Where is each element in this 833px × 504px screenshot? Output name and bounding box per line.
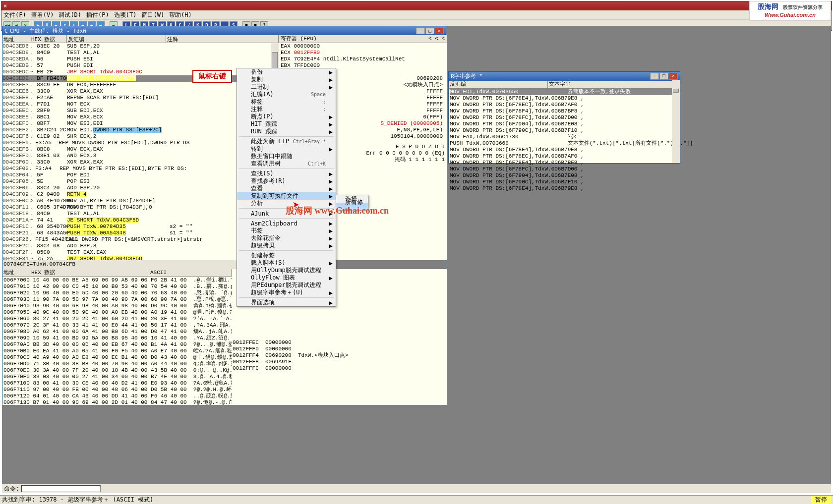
menu-item[interactable]: 标签: [237, 98, 336, 106]
hex-row[interactable]: 006F70B0 E0 EA 41 00 A0 05 41 00 F0 F5 4… [3, 348, 231, 354]
menu-item[interactable]: 超级字串参考＋(U)▶ [237, 289, 336, 296]
maximize-button[interactable]: □ [659, 73, 668, 80]
ref-row[interactable]: MOV DWORD PTR DS:[6F78E4],TdxW.006B79E8 … [450, 147, 679, 153]
menu-item[interactable]: 复制到可执行文件▶ [237, 192, 336, 200]
hex-row[interactable]: 006F7050 40 9C 40 00 50 9C 40 00 A0 EB 4… [3, 309, 231, 316]
menu-item[interactable]: 转到▶ [237, 145, 336, 153]
ref-row[interactable]: MOV DWORD PTR DS:[6F7904],TdxW.006B7E08 … [450, 121, 679, 127]
menu-item[interactable]: Asm2Clipboard▶ [237, 220, 336, 227]
ref-row[interactable]: MOV DWORD PTR DS:[6F78FC],TdxW.006B7D00 … [450, 166, 679, 172]
menu-item[interactable]: RUN 跟踪▶ [237, 128, 336, 135]
context-menu: 备份▶复制▶二进制▶汇编(A)Space标签:注释;断点(P)▶HIT 跟踪▶R… [237, 68, 336, 307]
register-row[interactable]: EAX 00000000 [281, 43, 445, 50]
minimize-button[interactable]: − [650, 73, 659, 80]
hex-row[interactable]: 006F7120 04 01 40 00 CA 46 40 00 DD 41 4… [3, 393, 231, 399]
menu-item[interactable]: 帮助(H) [169, 11, 192, 19]
menu-item[interactable]: HIT 跟踪▶ [237, 120, 336, 128]
status-text: 共找到字串: 13978 - 超级字串参考＋ (ASCII 模式) [2, 496, 153, 504]
menu-item[interactable]: OllyFlow 图表▶ [237, 274, 336, 281]
cpu-window-title[interactable]: CCPU - 主线程, 模块 - TdxW − □ × [2, 26, 446, 35]
menu-item[interactable]: 书签▶ [237, 227, 336, 234]
menu-item[interactable]: 文件(F) [3, 11, 26, 19]
menu-item[interactable]: 调试(D) [59, 11, 81, 19]
hex-row[interactable]: 006F7010 10 42 00 00 C0 46 10 00 B0 53 4… [3, 283, 231, 290]
hex-dump-pane[interactable]: 地址 HEX 数据 ASCII 006F7000 10 40 00 00 BE … [2, 269, 232, 405]
close-button[interactable]: × [669, 73, 678, 80]
status-bar: 共找到字串: 13978 - 超级字串参考＋ (ASCII 模式) 暂停 [0, 495, 833, 504]
ref-row[interactable]: MOV DWORD PTR DS:[6F78FC],TdxW.006B7D00 … [450, 114, 679, 121]
hex-row[interactable]: 006F7100 83 00 41 00 30 CE 40 00 40 D2 4… [3, 380, 231, 387]
menu-bar: 文件(F)查看(V)调试(D)插件(P)选项(T)窗口(W)帮助(H) [1, 10, 832, 19]
menu-item[interactable]: 汇编(A)Space [237, 91, 336, 98]
hex-row[interactable]: 006F70C0 40 A9 40 00 A0 E8 40 00 EC B1 4… [3, 354, 231, 361]
registers-header: 寄存器 (FPU) < < < [279, 35, 447, 43]
hex-row[interactable]: 006F7000 10 40 00 00 BE A5 69 00 99 AB 6… [3, 277, 231, 283]
menu-item[interactable]: 复制▶ [237, 76, 336, 83]
hex-row[interactable]: 006F7070 2C 3F 41 00 33 41 41 00 E0 44 4… [3, 322, 231, 329]
menu-item[interactable]: 此处为新 EIPCtrl+Gray * [237, 138, 336, 145]
disasm-row[interactable]: 004C3EDA. 56PUSH ESI [2, 56, 279, 62]
menu-item[interactable]: 去除花指令▶ [237, 234, 336, 242]
register-row[interactable]: ECX 0012FFB0 [281, 50, 445, 56]
stack-row[interactable]: 0012FFEC 00000000 [233, 339, 446, 346]
menu-item[interactable]: 选项(T) [114, 11, 137, 19]
hex-row[interactable]: 006F70E0 30 3A 40 00 7F 20 40 00 18 4B 4… [3, 367, 231, 374]
hex-row[interactable]: 006F7090 10 59 41 00 B9 99 5A 00 B8 95 4… [3, 335, 231, 341]
ref-row[interactable]: MOV EAX,TdxW.006C1730 骂k [450, 134, 679, 140]
register-row[interactable]: EDX 7C92E4F4 ntdll.KiFastSystemCallRet [281, 56, 445, 62]
ref-row[interactable]: MOV DWORD PTR DS:[6F78F4],TdxW.006B7BF8 … [450, 108, 679, 114]
hex-row[interactable]: 006F7080 A0 62 41 00 00 6A 41 00 B0 6D 4… [3, 329, 231, 335]
ref-row[interactable]: MOV DWORD PTR DS:[6F78EC],TdxW.006B7AF0 … [450, 102, 679, 108]
ref-row[interactable]: MOV DWORD PTR DS:[6F78E4],TdxW.006B79E8 … [450, 95, 679, 102]
ref-row[interactable]: MOV DWORD PTR DS:[6F78F4],TdxW.006B7BF8 … [450, 160, 679, 166]
menu-item[interactable]: 断点(P)▶ [237, 113, 336, 120]
hex-row[interactable]: 006F7060 80 27 41 00 20 2D 41 00 60 2D 4… [3, 316, 231, 322]
hex-row[interactable]: 006F7130 B7 01 40 00 90 69 40 00 2D 01 4… [3, 399, 231, 405]
stack-row[interactable]: 0012FFF4 00690208 TdxW.<模块入口点> [233, 352, 446, 359]
menu-item[interactable]: 载入脚本(S)▶ [237, 259, 336, 267]
menu-item[interactable]: 界面选项▶ [237, 299, 336, 306]
ref-row[interactable]: PUSH TdxW.00703668 文本文件(*.txt)|*.txt|所有文… [450, 140, 679, 147]
hex-row[interactable]: 006F7110 97 00 40 00 FB 00 40 00 48 06 4… [3, 387, 231, 393]
menu-item[interactable]: 查找参考(R)▶ [237, 177, 336, 185]
menu-item[interactable]: 查找(S)▶ [237, 170, 336, 177]
menu-item[interactable]: 插件(P) [86, 11, 109, 19]
menu-item[interactable]: 查看▶ [237, 185, 336, 192]
cmd-input[interactable] [21, 485, 101, 492]
ref-row[interactable]: MOV DWORD PTR DS:[6F78EC],TdxW.006B7AF0 … [450, 153, 679, 160]
menu-item[interactable]: 创建标签 [237, 252, 336, 259]
ref-row[interactable]: MOV DWORD PTR DS:[6F7904],TdxW.006B7E08 … [450, 172, 679, 179]
stack-row[interactable]: 0012FFF0 00000000 [233, 346, 446, 352]
menu-item[interactable]: 用OllyDump脱壳调试进程 [237, 267, 336, 274]
close-button[interactable]: × [435, 27, 444, 34]
disasm-row[interactable]: 004C3ED6. 83EC 20SUB ESP,20 [2, 43, 279, 50]
menu-item[interactable]: 数据窗口中跟随 [237, 153, 336, 160]
hex-row[interactable]: 006F7040 93 90 40 00 68 98 40 00 A0 98 4… [3, 303, 231, 309]
menu-item[interactable]: 二进制▶ [237, 83, 336, 91]
stack-row[interactable]: 0012FFF8 0069A91F [233, 359, 446, 365]
scrollbar[interactable] [672, 80, 680, 163]
menu-item[interactable]: 查看调用树Ctrl+K [237, 160, 336, 168]
ref-window-title[interactable]: R 字串参考 * − □ × [449, 72, 680, 81]
menu-item[interactable]: 备份▶ [237, 68, 336, 76]
disasm-row[interactable]: 004C3ED9. 84C0TEST AL,AL [2, 50, 279, 56]
hex-row[interactable]: 006F70D0 71 3B 40 00 88 B8 40 00 70 98 4… [3, 361, 231, 367]
menu-item[interactable]: 窗口(W) [141, 11, 164, 19]
stack-row[interactable]: 0012FFFC 00000000 [233, 365, 446, 372]
hex-row[interactable]: 006F70F0 33 03 40 00 00 27 41 00 34 00 4… [3, 374, 231, 380]
menu-item[interactable]: 查看(V) [31, 11, 54, 19]
menu-item[interactable]: 注释; [237, 106, 336, 113]
ref-row[interactable]: MOV EDI,TdxW.00703650 券商版本不一致,登录失败 [450, 89, 679, 95]
disasm-header: 地址 HEX 数据 反汇编 注释 [2, 35, 279, 43]
minimize-button[interactable]: − [416, 27, 425, 34]
maximize-button[interactable]: □ [425, 27, 434, 34]
hex-row[interactable]: 006F70A0 BB 3D 40 00 00 0D 40 00 EB 67 4… [3, 341, 231, 348]
menu-item[interactable]: 超级拷贝▶ [237, 242, 336, 249]
ref-row[interactable]: MOV DWORD PTR DS:[6F78E4],TdxW.006B79E8 … [450, 185, 679, 192]
ref-row[interactable]: MOV DWORD PTR DS:[6F790C],TdxW.006B7F10 … [450, 127, 679, 134]
ref-row[interactable]: MOV DWORD PTR DS:[6F790C],TdxW.006B7F10 … [450, 179, 679, 185]
menu-item[interactable]: 用PEdumper脱壳调试进程 [237, 281, 336, 289]
hex-row[interactable]: 006F7020 10 90 40 00 E0 5D 40 00 20 60 4… [3, 290, 231, 296]
string-ref-window: R 字串参考 * − □ × 反汇编 文本字串 MOV EDI,TdxW.007… [448, 71, 680, 164]
hex-row[interactable]: 006F7030 11 90 7A 00 50 97 7A 00 40 90 7… [3, 296, 231, 303]
